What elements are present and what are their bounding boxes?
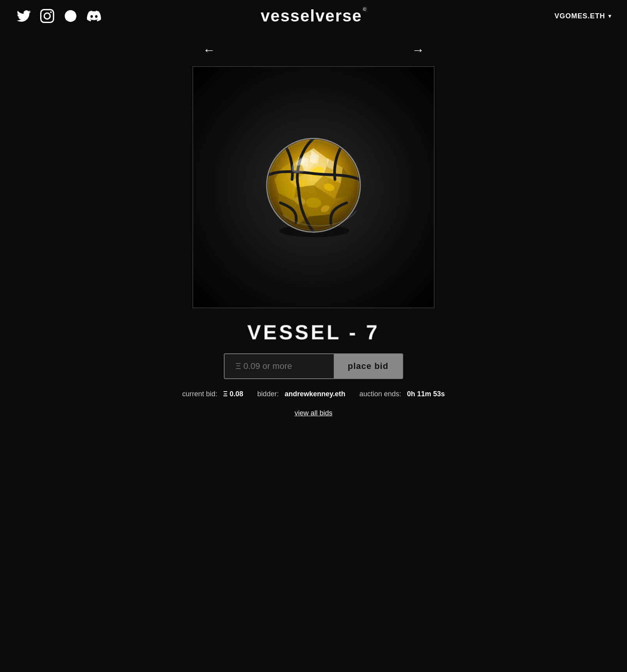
nft-image-container bbox=[193, 67, 434, 308]
basketball-image bbox=[251, 125, 376, 250]
logo-badge: © bbox=[363, 7, 367, 12]
bid-info: current bid: Ξ 0.08 bidder: andrewkenney… bbox=[182, 390, 445, 398]
user-label: VGOMES.ETH bbox=[554, 12, 605, 20]
bidder-label: bidder: bbox=[257, 390, 279, 398]
auction-ends-section: auction ends: 0h 11m 53s bbox=[360, 390, 445, 398]
logo-text: vesselverse bbox=[260, 7, 362, 25]
instagram-icon[interactable] bbox=[39, 8, 55, 24]
place-bid-button[interactable]: place bid bbox=[334, 354, 402, 378]
prev-arrow-button[interactable]: ← bbox=[197, 40, 221, 60]
svg-point-0 bbox=[69, 12, 72, 15]
header: vesselverse © VGOMES.ETH ▾ bbox=[0, 0, 627, 32]
discord-icon[interactable] bbox=[86, 8, 102, 24]
current-bid-value: Ξ 0.08 bbox=[223, 390, 243, 398]
view-all-bids-button[interactable]: view all bids bbox=[294, 409, 332, 417]
nav-arrows: ← → bbox=[193, 40, 434, 60]
current-bid-label: current bid: bbox=[182, 390, 217, 398]
main-content: ← → bbox=[0, 32, 627, 441]
nft-image-frame bbox=[193, 66, 434, 308]
current-bid-section: current bid: Ξ 0.08 bbox=[182, 390, 243, 398]
bid-input[interactable] bbox=[225, 354, 334, 378]
bid-row: place bid bbox=[224, 353, 403, 379]
user-menu[interactable]: VGOMES.ETH ▾ bbox=[554, 12, 611, 20]
bidder-value: andrewkenney.eth bbox=[285, 390, 345, 398]
nft-title: VESSEL - 7 bbox=[247, 321, 379, 344]
bidder-section: bidder: andrewkenney.eth bbox=[257, 390, 345, 398]
twitter-icon[interactable] bbox=[16, 8, 32, 24]
social-icons bbox=[16, 8, 102, 24]
logo[interactable]: vesselverse © bbox=[260, 7, 366, 25]
next-arrow-button[interactable]: → bbox=[406, 40, 430, 60]
opensea-icon[interactable] bbox=[62, 8, 79, 24]
auction-ends-value: 0h 11m 53s bbox=[407, 390, 445, 398]
auction-ends-label: auction ends: bbox=[360, 390, 401, 398]
dropdown-arrow-icon: ▾ bbox=[608, 13, 611, 19]
